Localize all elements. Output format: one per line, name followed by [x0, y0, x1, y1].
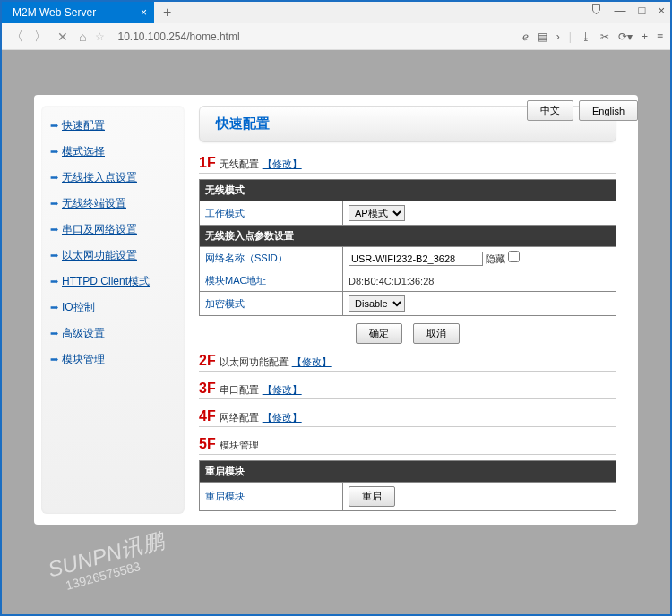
arrow-icon: ➡: [50, 172, 58, 184]
arrow-icon: ➡: [50, 354, 58, 365]
download-icon[interactable]: ⭳: [581, 30, 591, 43]
arrow-icon: ➡: [50, 120, 58, 132]
new-tab-button[interactable]: +: [154, 4, 180, 21]
sidebar-item-ethernet[interactable]: ➡以太网功能设置: [45, 243, 181, 269]
add-icon[interactable]: +: [642, 30, 648, 43]
encrypt-label: 加密模式: [200, 292, 343, 316]
section-label: 串口配置: [220, 383, 259, 397]
section-1-header: 1F 无线配置 【修改】: [199, 155, 616, 174]
restart-button[interactable]: 重启: [349, 486, 395, 507]
mac-value: D8:B0:4C:D1:36:28: [343, 270, 616, 292]
arrow-icon: ➡: [50, 198, 58, 210]
arrow-icon: ➡: [50, 146, 58, 158]
work-mode-label: 工作模式: [200, 201, 343, 226]
ssid-label: 网络名称（SSID）: [200, 247, 343, 270]
confirm-button[interactable]: 确定: [356, 323, 402, 344]
section-4-header: 4F 网络配置 【修改】: [199, 408, 616, 427]
section-number: 3F: [199, 381, 216, 397]
work-mode-select[interactable]: AP模式: [349, 205, 405, 221]
lang-english-button[interactable]: English: [579, 100, 638, 121]
cut-icon[interactable]: ✂: [600, 30, 609, 43]
sidebar-item-advanced[interactable]: ➡高级设置: [45, 321, 181, 346]
sidebar-item-quick-config[interactable]: ➡快速配置: [45, 113, 181, 139]
close-window-icon[interactable]: ×: [658, 4, 665, 17]
ssid-input[interactable]: [349, 252, 483, 266]
address-bar: 〈 〉 ✕ ⌂ ☆ 10.10.100.254/home.html ℯ ▤ › …: [2, 23, 670, 50]
sidebar-item-label: IO控制: [62, 300, 95, 315]
section-label: 以太网功能配置: [220, 355, 289, 369]
table-header: 重启模块: [200, 461, 616, 483]
section-5-header: 5F 模块管理: [199, 436, 616, 455]
chevron-right-icon[interactable]: ›: [556, 30, 560, 43]
section-edit-link[interactable]: 【修改】: [263, 158, 302, 171]
hide-label: 隐藏: [486, 253, 505, 264]
arrow-icon: ➡: [50, 302, 58, 313]
window-controls: ⛉ — □ ×: [590, 4, 665, 17]
sidebar-item-module-manage[interactable]: ➡模块管理: [45, 346, 181, 372]
wireless-config-table: 无线模式 工作模式 AP模式 无线接入点参数设置 网络名称（SSID） 隐藏: [199, 179, 616, 316]
browser-tab[interactable]: M2M Web Server ×: [2, 2, 154, 23]
sidebar-item-io-control[interactable]: ➡IO控制: [45, 295, 181, 321]
sidebar-item-label: 串口及网络设置: [62, 222, 137, 237]
sidebar: ➡快速配置 ➡模式选择 ➡无线接入点设置 ➡无线终端设置 ➡串口及网络设置 ➡以…: [41, 106, 185, 514]
arrow-icon: ➡: [50, 276, 58, 287]
section-number: 2F: [199, 353, 216, 369]
cancel-button[interactable]: 取消: [413, 323, 460, 344]
sidebar-item-label: 无线终端设置: [62, 196, 126, 211]
page-content: 中文 English ➡快速配置 ➡模式选择 ➡无线接入点设置 ➡无线终端设置 …: [2, 50, 670, 614]
encrypt-select[interactable]: Disable: [349, 295, 405, 312]
section-edit-link[interactable]: 【修改】: [292, 355, 332, 369]
sidebar-item-ap-settings[interactable]: ➡无线接入点设置: [45, 165, 181, 191]
restart-table: 重启模块 重启模块 重启: [199, 460, 616, 511]
stop-icon[interactable]: ✕: [56, 30, 70, 44]
section-edit-link[interactable]: 【修改】: [263, 383, 302, 397]
page-title: 快速配置: [216, 116, 270, 131]
shield-icon[interactable]: ⛉: [590, 4, 602, 17]
tab-title: M2M Web Server: [13, 6, 96, 19]
sidebar-item-mode-select[interactable]: ➡模式选择: [45, 139, 181, 165]
section-label: 无线配置: [220, 158, 259, 171]
arrow-icon: ➡: [50, 328, 58, 339]
sidebar-item-label: 无线接入点设置: [62, 170, 137, 185]
arrow-icon: ➡: [50, 250, 58, 261]
reader-icon[interactable]: ℯ: [522, 30, 529, 43]
restart-label: 重启模块: [200, 483, 343, 511]
sidebar-item-terminal-settings[interactable]: ➡无线终端设置: [45, 191, 181, 217]
arrow-icon: ➡: [50, 224, 58, 235]
menu-icon[interactable]: ≡: [657, 30, 663, 43]
section-label: 网络配置: [220, 411, 259, 424]
back-icon[interactable]: 〈: [9, 29, 25, 45]
sidebar-item-label: 模式选择: [62, 144, 105, 159]
refresh-icon[interactable]: ⟳▾: [618, 30, 633, 43]
section-number: 4F: [199, 408, 216, 424]
table-header: 无线接入点参数设置: [200, 226, 616, 247]
sidebar-item-serial-network[interactable]: ➡串口及网络设置: [45, 217, 181, 243]
section-number: 5F: [199, 436, 216, 452]
notes-icon[interactable]: ▤: [538, 30, 547, 43]
section-number: 1F: [199, 155, 216, 171]
hide-ssid-checkbox[interactable]: [508, 251, 520, 262]
sidebar-item-httpd-client[interactable]: ➡HTTPD Client模式: [45, 269, 181, 295]
sidebar-item-label: 以太网功能设置: [62, 248, 137, 263]
home-icon[interactable]: ⌂: [77, 30, 88, 44]
forward-icon[interactable]: 〉: [32, 29, 48, 45]
lang-chinese-button[interactable]: 中文: [527, 100, 573, 121]
sidebar-item-label: 快速配置: [62, 118, 105, 133]
sidebar-item-label: HTTPD Client模式: [62, 274, 150, 289]
content-area: 快速配置 1F 无线配置 【修改】 无线模式 工作模式 AP模式 无线接入点参数: [185, 106, 631, 514]
sidebar-item-label: 模块管理: [62, 352, 105, 367]
favorite-icon[interactable]: ☆: [95, 30, 105, 43]
section-label: 模块管理: [220, 439, 259, 452]
minimize-icon[interactable]: —: [615, 4, 626, 17]
url-field[interactable]: 10.10.100.254/home.html: [112, 30, 514, 43]
tab-bar: M2M Web Server × + ⛉ — □ ×: [2, 2, 670, 23]
mac-label: 模块MAC地址: [200, 270, 343, 292]
sidebar-item-label: 高级设置: [62, 326, 105, 341]
browser-window: M2M Web Server × + ⛉ — □ × 〈 〉 ✕ ⌂ ☆ 10.…: [0, 0, 672, 616]
main-panel: ➡快速配置 ➡模式选择 ➡无线接入点设置 ➡无线终端设置 ➡串口及网络设置 ➡以…: [34, 95, 638, 525]
section-edit-link[interactable]: 【修改】: [263, 411, 302, 424]
tab-close-icon[interactable]: ×: [141, 6, 147, 19]
section-2-header: 2F 以太网功能配置 【修改】: [199, 353, 616, 372]
maximize-icon[interactable]: □: [639, 4, 646, 17]
section-3-header: 3F 串口配置 【修改】: [199, 381, 616, 399]
